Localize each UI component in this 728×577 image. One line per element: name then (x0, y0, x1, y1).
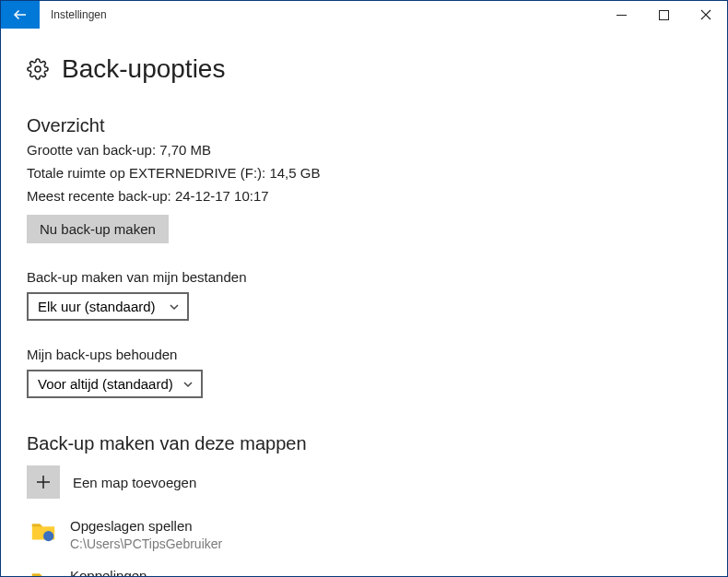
page-content: Back-upopties Overzicht Grootte van back… (1, 29, 727, 577)
maximize-button[interactable] (642, 1, 685, 29)
frequency-label: Back-up maken van mijn bestanden (27, 269, 701, 285)
folder-icon (29, 517, 57, 545)
last-backup-line: Meest recente back-up: 24-12-17 10:17 (27, 188, 701, 204)
backup-size-line: Grootte van back-up: 7,70 MB (27, 142, 701, 158)
backup-now-button[interactable]: Nu back-up maken (27, 215, 169, 243)
frequency-value: Elk uur (standaard) (38, 299, 156, 314)
back-arrow-icon (12, 6, 29, 23)
plus-icon (35, 474, 52, 490)
minimize-button[interactable] (600, 1, 642, 29)
close-icon (700, 9, 711, 20)
gear-icon (27, 58, 49, 80)
drive-space-line: Totale ruimte op EXTERNEDRIVE (F:): 14,5… (27, 165, 701, 181)
maximize-icon (659, 10, 669, 20)
folder-name: Opgeslagen spellen (70, 517, 222, 536)
chevron-down-icon (169, 301, 180, 312)
chevron-down-icon (182, 379, 194, 390)
folder-text: Opgeslagen spellen C:\Users\PCTipsGebrui… (70, 517, 222, 552)
overview-heading: Overzicht (27, 115, 701, 136)
folder-item[interactable]: Opgeslagen spellen C:\Users\PCTipsGebrui… (29, 517, 701, 552)
window-controls (600, 1, 727, 29)
retention-label: Mijn back-ups behouden (27, 347, 701, 362)
titlebar: Instellingen (1, 1, 727, 29)
folder-text: Koppelingen C:\Users\PCTipsGebruiker (70, 567, 222, 577)
svg-rect-2 (659, 10, 668, 19)
svg-point-8 (43, 531, 53, 541)
svg-point-5 (35, 66, 41, 72)
add-folder-row[interactable]: Een map toevoegen (27, 465, 701, 499)
retention-select[interactable]: Voor altijd (standaard) (27, 370, 203, 398)
close-button[interactable] (685, 1, 727, 29)
retention-value: Voor altijd (standaard) (38, 376, 173, 392)
folder-icon (29, 567, 57, 577)
page-title: Back-upopties (62, 54, 225, 84)
folder-name: Koppelingen (70, 567, 222, 577)
page-header: Back-upopties (27, 54, 701, 84)
app-title: Instellingen (40, 8, 107, 21)
add-folder-button[interactable] (27, 465, 60, 499)
add-folder-label: Een map toevoegen (73, 475, 196, 490)
frequency-select[interactable]: Elk uur (standaard) (27, 292, 189, 321)
folders-heading: Back-up maken van deze mappen (27, 433, 701, 454)
back-button[interactable] (1, 1, 40, 29)
minimize-icon (616, 10, 627, 20)
folder-item[interactable]: Koppelingen C:\Users\PCTipsGebruiker (29, 567, 701, 577)
folder-path: C:\Users\PCTipsGebruiker (70, 536, 222, 552)
